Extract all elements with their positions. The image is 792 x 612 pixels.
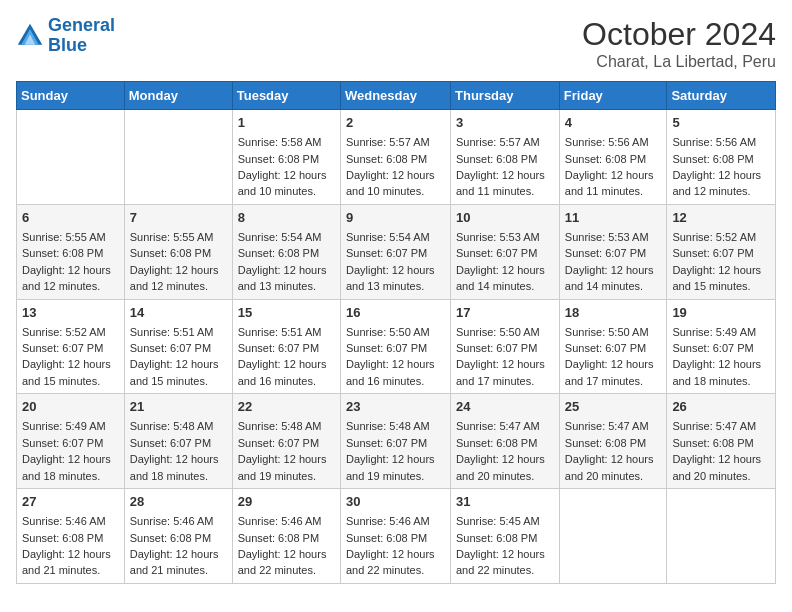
day-number: 6 (22, 209, 119, 227)
day-number: 25 (565, 398, 662, 416)
day-cell: 24Sunrise: 5:47 AM Sunset: 6:08 PM Dayli… (451, 394, 560, 489)
week-row-1: 1Sunrise: 5:58 AM Sunset: 6:08 PM Daylig… (17, 110, 776, 205)
day-cell: 13Sunrise: 5:52 AM Sunset: 6:07 PM Dayli… (17, 299, 125, 394)
day-cell: 12Sunrise: 5:52 AM Sunset: 6:07 PM Dayli… (667, 204, 776, 299)
day-cell: 18Sunrise: 5:50 AM Sunset: 6:07 PM Dayli… (559, 299, 667, 394)
day-cell: 14Sunrise: 5:51 AM Sunset: 6:07 PM Dayli… (124, 299, 232, 394)
day-detail: Sunrise: 5:57 AM Sunset: 6:08 PM Dayligh… (456, 136, 545, 197)
day-number: 5 (672, 114, 770, 132)
day-detail: Sunrise: 5:46 AM Sunset: 6:08 PM Dayligh… (238, 515, 327, 576)
day-detail: Sunrise: 5:53 AM Sunset: 6:07 PM Dayligh… (456, 231, 545, 292)
day-detail: Sunrise: 5:55 AM Sunset: 6:08 PM Dayligh… (22, 231, 111, 292)
day-cell: 2Sunrise: 5:57 AM Sunset: 6:08 PM Daylig… (340, 110, 450, 205)
day-cell: 10Sunrise: 5:53 AM Sunset: 6:07 PM Dayli… (451, 204, 560, 299)
day-detail: Sunrise: 5:57 AM Sunset: 6:08 PM Dayligh… (346, 136, 435, 197)
day-detail: Sunrise: 5:53 AM Sunset: 6:07 PM Dayligh… (565, 231, 654, 292)
page-header: General Blue October 2024 Charat, La Lib… (16, 16, 776, 71)
day-number: 2 (346, 114, 445, 132)
day-number: 4 (565, 114, 662, 132)
day-cell: 17Sunrise: 5:50 AM Sunset: 6:07 PM Dayli… (451, 299, 560, 394)
day-number: 26 (672, 398, 770, 416)
day-number: 18 (565, 304, 662, 322)
week-row-5: 27Sunrise: 5:46 AM Sunset: 6:08 PM Dayli… (17, 489, 776, 584)
day-number: 20 (22, 398, 119, 416)
day-number: 16 (346, 304, 445, 322)
day-cell: 20Sunrise: 5:49 AM Sunset: 6:07 PM Dayli… (17, 394, 125, 489)
week-row-2: 6Sunrise: 5:55 AM Sunset: 6:08 PM Daylig… (17, 204, 776, 299)
day-cell: 26Sunrise: 5:47 AM Sunset: 6:08 PM Dayli… (667, 394, 776, 489)
day-detail: Sunrise: 5:48 AM Sunset: 6:07 PM Dayligh… (346, 420, 435, 481)
day-cell (667, 489, 776, 584)
day-number: 8 (238, 209, 335, 227)
day-cell: 30Sunrise: 5:46 AM Sunset: 6:08 PM Dayli… (340, 489, 450, 584)
day-cell: 15Sunrise: 5:51 AM Sunset: 6:07 PM Dayli… (232, 299, 340, 394)
day-cell: 9Sunrise: 5:54 AM Sunset: 6:07 PM Daylig… (340, 204, 450, 299)
day-number: 30 (346, 493, 445, 511)
day-cell: 3Sunrise: 5:57 AM Sunset: 6:08 PM Daylig… (451, 110, 560, 205)
day-cell: 31Sunrise: 5:45 AM Sunset: 6:08 PM Dayli… (451, 489, 560, 584)
day-cell: 21Sunrise: 5:48 AM Sunset: 6:07 PM Dayli… (124, 394, 232, 489)
calendar-header-row: SundayMondayTuesdayWednesdayThursdayFrid… (17, 82, 776, 110)
day-number: 14 (130, 304, 227, 322)
day-detail: Sunrise: 5:58 AM Sunset: 6:08 PM Dayligh… (238, 136, 327, 197)
day-detail: Sunrise: 5:50 AM Sunset: 6:07 PM Dayligh… (565, 326, 654, 387)
day-detail: Sunrise: 5:47 AM Sunset: 6:08 PM Dayligh… (672, 420, 761, 481)
day-cell: 5Sunrise: 5:56 AM Sunset: 6:08 PM Daylig… (667, 110, 776, 205)
day-number: 1 (238, 114, 335, 132)
day-detail: Sunrise: 5:48 AM Sunset: 6:07 PM Dayligh… (238, 420, 327, 481)
day-detail: Sunrise: 5:52 AM Sunset: 6:07 PM Dayligh… (672, 231, 761, 292)
day-number: 10 (456, 209, 554, 227)
day-detail: Sunrise: 5:45 AM Sunset: 6:08 PM Dayligh… (456, 515, 545, 576)
day-number: 28 (130, 493, 227, 511)
week-row-3: 13Sunrise: 5:52 AM Sunset: 6:07 PM Dayli… (17, 299, 776, 394)
day-detail: Sunrise: 5:56 AM Sunset: 6:08 PM Dayligh… (565, 136, 654, 197)
day-cell: 25Sunrise: 5:47 AM Sunset: 6:08 PM Dayli… (559, 394, 667, 489)
day-number: 15 (238, 304, 335, 322)
day-number: 21 (130, 398, 227, 416)
day-number: 19 (672, 304, 770, 322)
day-detail: Sunrise: 5:51 AM Sunset: 6:07 PM Dayligh… (130, 326, 219, 387)
header-saturday: Saturday (667, 82, 776, 110)
day-detail: Sunrise: 5:46 AM Sunset: 6:08 PM Dayligh… (346, 515, 435, 576)
day-detail: Sunrise: 5:46 AM Sunset: 6:08 PM Dayligh… (130, 515, 219, 576)
day-number: 27 (22, 493, 119, 511)
header-sunday: Sunday (17, 82, 125, 110)
day-cell: 8Sunrise: 5:54 AM Sunset: 6:08 PM Daylig… (232, 204, 340, 299)
week-row-4: 20Sunrise: 5:49 AM Sunset: 6:07 PM Dayli… (17, 394, 776, 489)
header-thursday: Thursday (451, 82, 560, 110)
day-number: 24 (456, 398, 554, 416)
day-cell: 7Sunrise: 5:55 AM Sunset: 6:08 PM Daylig… (124, 204, 232, 299)
day-detail: Sunrise: 5:52 AM Sunset: 6:07 PM Dayligh… (22, 326, 111, 387)
day-number: 12 (672, 209, 770, 227)
day-detail: Sunrise: 5:47 AM Sunset: 6:08 PM Dayligh… (565, 420, 654, 481)
day-cell: 16Sunrise: 5:50 AM Sunset: 6:07 PM Dayli… (340, 299, 450, 394)
day-number: 3 (456, 114, 554, 132)
day-cell: 22Sunrise: 5:48 AM Sunset: 6:07 PM Dayli… (232, 394, 340, 489)
title-block: October 2024 Charat, La Libertad, Peru (582, 16, 776, 71)
day-detail: Sunrise: 5:56 AM Sunset: 6:08 PM Dayligh… (672, 136, 761, 197)
day-detail: Sunrise: 5:51 AM Sunset: 6:07 PM Dayligh… (238, 326, 327, 387)
day-detail: Sunrise: 5:47 AM Sunset: 6:08 PM Dayligh… (456, 420, 545, 481)
header-wednesday: Wednesday (340, 82, 450, 110)
day-detail: Sunrise: 5:54 AM Sunset: 6:07 PM Dayligh… (346, 231, 435, 292)
day-detail: Sunrise: 5:49 AM Sunset: 6:07 PM Dayligh… (672, 326, 761, 387)
header-friday: Friday (559, 82, 667, 110)
day-detail: Sunrise: 5:49 AM Sunset: 6:07 PM Dayligh… (22, 420, 111, 481)
day-cell (124, 110, 232, 205)
day-number: 9 (346, 209, 445, 227)
day-detail: Sunrise: 5:46 AM Sunset: 6:08 PM Dayligh… (22, 515, 111, 576)
logo: General Blue (16, 16, 115, 56)
day-detail: Sunrise: 5:54 AM Sunset: 6:08 PM Dayligh… (238, 231, 327, 292)
day-detail: Sunrise: 5:48 AM Sunset: 6:07 PM Dayligh… (130, 420, 219, 481)
day-number: 31 (456, 493, 554, 511)
day-cell: 11Sunrise: 5:53 AM Sunset: 6:07 PM Dayli… (559, 204, 667, 299)
day-cell: 1Sunrise: 5:58 AM Sunset: 6:08 PM Daylig… (232, 110, 340, 205)
header-monday: Monday (124, 82, 232, 110)
day-number: 11 (565, 209, 662, 227)
page-subtitle: Charat, La Libertad, Peru (582, 53, 776, 71)
day-cell (559, 489, 667, 584)
calendar-table: SundayMondayTuesdayWednesdayThursdayFrid… (16, 81, 776, 584)
day-detail: Sunrise: 5:50 AM Sunset: 6:07 PM Dayligh… (346, 326, 435, 387)
day-cell: 29Sunrise: 5:46 AM Sunset: 6:08 PM Dayli… (232, 489, 340, 584)
day-cell: 23Sunrise: 5:48 AM Sunset: 6:07 PM Dayli… (340, 394, 450, 489)
